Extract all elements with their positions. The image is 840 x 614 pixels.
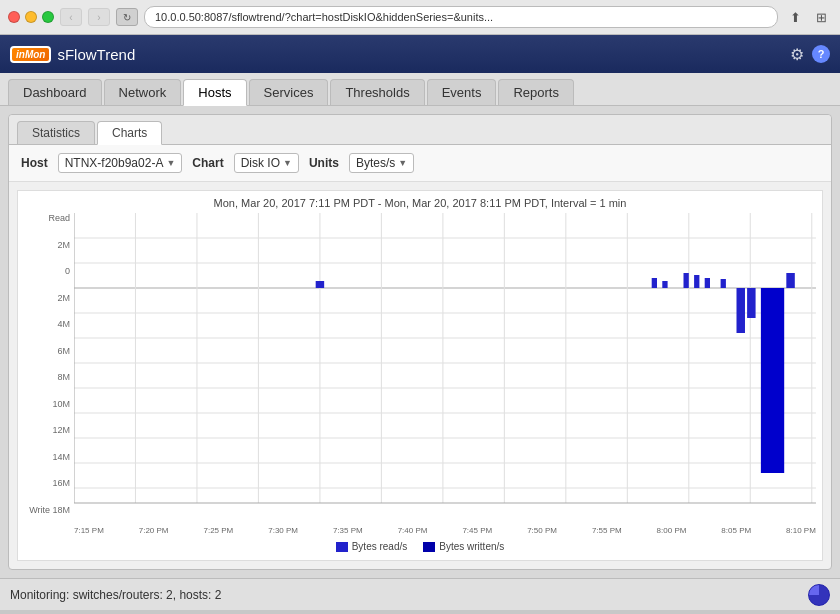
x-label: 8:05 PM bbox=[721, 526, 751, 535]
svg-rect-32 bbox=[761, 288, 784, 473]
host-dropdown[interactable]: NTNX-f20b9a02-A ▼ bbox=[58, 153, 183, 173]
y-label: 2M bbox=[24, 293, 70, 303]
svg-rect-33 bbox=[737, 288, 745, 333]
reload-button[interactable]: ↻ bbox=[116, 8, 138, 26]
app-title: sFlowTrend bbox=[57, 46, 135, 63]
tab-dashboard[interactable]: Dashboard bbox=[8, 79, 102, 105]
y-label: 10M bbox=[24, 399, 70, 409]
chart-svg-area: 7:15 PM 7:20 PM 7:25 PM 7:30 PM 7:35 PM … bbox=[74, 213, 816, 535]
inner-card: Statistics Charts Host NTNX-f20b9a02-A ▼… bbox=[8, 114, 832, 570]
y-label: Write 18M bbox=[24, 505, 70, 515]
chart-title: Mon, Mar 20, 2017 7:11 PM PDT - Mon, Mar… bbox=[24, 197, 816, 209]
chevron-down-icon: ▼ bbox=[283, 158, 292, 168]
y-label: 6M bbox=[24, 346, 70, 356]
chart-wrapper: Read 2M 0 2M 4M 6M 8M 10M 12M 14M 16M Wr… bbox=[24, 213, 816, 535]
settings-icon[interactable]: ⚙ bbox=[790, 45, 804, 64]
y-label: 4M bbox=[24, 319, 70, 329]
tab-thresholds[interactable]: Thresholds bbox=[330, 79, 424, 105]
tab-network[interactable]: Network bbox=[104, 79, 182, 105]
inmon-badge: inMon bbox=[10, 46, 51, 63]
traffic-lights bbox=[8, 11, 54, 23]
y-label: 16M bbox=[24, 478, 70, 488]
chart-dropdown[interactable]: Disk IO ▼ bbox=[234, 153, 299, 173]
content-area: Statistics Charts Host NTNX-f20b9a02-A ▼… bbox=[0, 106, 840, 578]
tab-reports[interactable]: Reports bbox=[498, 79, 574, 105]
x-label: 7:40 PM bbox=[398, 526, 428, 535]
controls-row: Host NTNX-f20b9a02-A ▼ Chart Disk IO ▼ U… bbox=[9, 145, 831, 182]
svg-rect-26 bbox=[652, 278, 657, 288]
maximize-button[interactable] bbox=[42, 11, 54, 23]
svg-rect-29 bbox=[694, 275, 699, 288]
tab-statistics[interactable]: Statistics bbox=[17, 121, 95, 144]
sub-tabs: Statistics Charts bbox=[9, 115, 831, 145]
legend-item-write: Bytes written/s bbox=[423, 541, 504, 552]
x-label: 7:45 PM bbox=[462, 526, 492, 535]
svg-rect-28 bbox=[684, 273, 689, 288]
status-text: Monitoring: switches/routers: 2, hosts: … bbox=[10, 588, 221, 602]
app-bar: inMon sFlowTrend ⚙ ? bbox=[0, 35, 840, 73]
help-icon[interactable]: ? bbox=[812, 45, 830, 63]
status-bar: Monitoring: switches/routers: 2, hosts: … bbox=[0, 578, 840, 610]
x-axis: 7:15 PM 7:20 PM 7:25 PM 7:30 PM 7:35 PM … bbox=[74, 523, 816, 535]
y-label: 0 bbox=[24, 266, 70, 276]
x-label: 7:20 PM bbox=[139, 526, 169, 535]
x-label: 8:10 PM bbox=[786, 526, 816, 535]
close-button[interactable] bbox=[8, 11, 20, 23]
y-label: 2M bbox=[24, 240, 70, 250]
x-label: 7:25 PM bbox=[203, 526, 233, 535]
x-label: 7:55 PM bbox=[592, 526, 622, 535]
main-nav: Dashboard Network Hosts Services Thresho… bbox=[0, 73, 840, 106]
chevron-down-icon: ▼ bbox=[398, 158, 407, 168]
legend-color-read bbox=[336, 542, 348, 552]
legend-label-read: Bytes read/s bbox=[352, 541, 408, 552]
back-button[interactable]: ‹ bbox=[60, 8, 82, 26]
svg-rect-31 bbox=[721, 279, 726, 288]
y-label: 8M bbox=[24, 372, 70, 382]
units-label: Units bbox=[309, 156, 339, 170]
tab-services[interactable]: Services bbox=[249, 79, 329, 105]
y-label: 12M bbox=[24, 425, 70, 435]
chart-container: Mon, Mar 20, 2017 7:11 PM PDT - Mon, Mar… bbox=[17, 190, 823, 561]
units-dropdown[interactable]: Bytes/s ▼ bbox=[349, 153, 414, 173]
x-label: 7:15 PM bbox=[74, 526, 104, 535]
legend-label-write: Bytes written/s bbox=[439, 541, 504, 552]
forward-button[interactable]: › bbox=[88, 8, 110, 26]
tab-charts[interactable]: Charts bbox=[97, 121, 162, 145]
svg-rect-27 bbox=[662, 281, 667, 288]
y-label: 14M bbox=[24, 452, 70, 462]
legend-item-read: Bytes read/s bbox=[336, 541, 408, 552]
x-label: 7:30 PM bbox=[268, 526, 298, 535]
x-label: 7:35 PM bbox=[333, 526, 363, 535]
legend-color-write bbox=[423, 542, 435, 552]
chevron-down-icon: ▼ bbox=[166, 158, 175, 168]
tab-hosts[interactable]: Hosts bbox=[183, 79, 246, 106]
svg-rect-34 bbox=[747, 288, 755, 318]
status-icon bbox=[808, 584, 830, 606]
browser-chrome: ‹ › ↻ 10.0.0.50:8087/sflowtrend/?chart=h… bbox=[0, 0, 840, 610]
svg-rect-35 bbox=[786, 273, 794, 288]
minimize-button[interactable] bbox=[25, 11, 37, 23]
host-label: Host bbox=[21, 156, 48, 170]
app-logo: inMon sFlowTrend bbox=[10, 46, 135, 63]
y-label: Read bbox=[24, 213, 70, 223]
address-bar[interactable]: 10.0.0.50:8087/sflowtrend/?chart=hostDis… bbox=[144, 6, 778, 28]
chart-label: Chart bbox=[192, 156, 223, 170]
chart-legend: Bytes read/s Bytes written/s bbox=[24, 535, 816, 554]
new-tab-icon[interactable]: ⊞ bbox=[810, 8, 832, 26]
y-axis: Read 2M 0 2M 4M 6M 8M 10M 12M 14M 16M Wr… bbox=[24, 213, 74, 535]
share-icon[interactable]: ⬆ bbox=[784, 8, 806, 26]
x-label: 7:50 PM bbox=[527, 526, 557, 535]
svg-rect-25 bbox=[316, 281, 324, 288]
chart-svg bbox=[74, 213, 816, 523]
svg-rect-30 bbox=[705, 278, 710, 288]
x-label: 8:00 PM bbox=[657, 526, 687, 535]
url-text: 10.0.0.50:8087/sflowtrend/?chart=hostDis… bbox=[155, 11, 493, 23]
tab-events[interactable]: Events bbox=[427, 79, 497, 105]
